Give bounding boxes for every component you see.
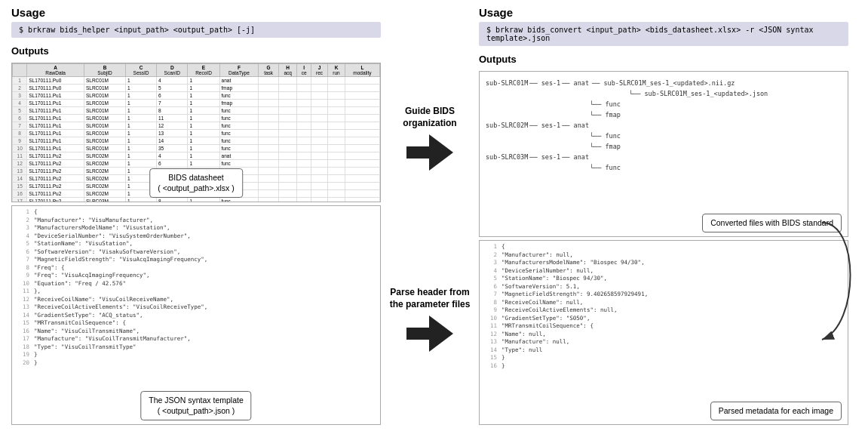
right-command-box: $ brkraw bids_convert <input_path> <bids… xyxy=(479,22,848,46)
col-header-a: ARawData xyxy=(27,64,84,77)
right-usage-section: Usage $ brkraw bids_convert <input_path>… xyxy=(479,6,848,51)
json-template-caption-text: The JSON syntax template( <output_path>.… xyxy=(149,396,243,416)
arrow1-label: Guide BIDS organization xyxy=(381,106,479,129)
json2-caption-bubble: Parsed metadata for each image xyxy=(710,402,842,420)
left-panel: Usage $ brkraw bids_helper <input_path> … xyxy=(11,6,381,425)
right-usage-title: Usage xyxy=(479,6,848,19)
col-header-e: ERecoID xyxy=(188,64,219,77)
col-header-c: CSessID xyxy=(126,64,157,77)
col-header-g: Gtask xyxy=(259,64,279,77)
col-header-d: DScanID xyxy=(157,64,188,77)
spreadsheet-box: ARawData BSubjID CSessID DScanID ERecoID… xyxy=(11,63,381,202)
arrow1-section: Guide BIDS organization xyxy=(381,106,479,170)
col-header-b: BSubjID xyxy=(84,64,125,77)
json-template-box: 1{2 "Manufacturer": "VisuManufacturer",3… xyxy=(11,205,381,425)
left-command-box: $ brkraw bids_helper <input_path> <outpu… xyxy=(11,22,381,38)
col-header-j: Jrec xyxy=(311,64,328,77)
left-usage-section: Usage $ brkraw bids_helper <input_path> … xyxy=(11,6,381,42)
col-header-num xyxy=(13,64,27,77)
arrow2-shape xyxy=(406,316,453,352)
left-outputs-title: Outputs xyxy=(11,45,381,57)
bids-tree-caption-text: Converted files with BIDS standard xyxy=(710,218,833,227)
bids-tree-content: sub-SLRC01M ── ses-1 ── anat ── sub-SLRC… xyxy=(480,72,848,179)
spreadsheet-caption-text: BIDS datasheet( <output_path>.xlsx ) xyxy=(158,173,235,193)
json2-box: 1{2 "Manufacturer": null,3 "Manufacturer… xyxy=(479,240,848,425)
col-header-i: Ice xyxy=(297,64,311,77)
right-command-text: $ brkraw bids_convert <input_path> <bids… xyxy=(486,26,813,42)
col-header-f: FDataType xyxy=(219,64,259,77)
left-usage-title: Usage xyxy=(11,6,381,19)
right-outputs-title: Outputs xyxy=(479,54,848,65)
col-header-l: Lmodality xyxy=(345,64,379,77)
col-header-h: Hacq xyxy=(278,64,296,77)
bids-tree-caption-bubble: Converted files with BIDS standard xyxy=(702,214,842,232)
left-command-text: $ brkraw bids_helper <input_path> <outpu… xyxy=(19,26,255,34)
bids-tree-box: sub-SLRC01M ── ses-1 ── anat ── sub-SLRC… xyxy=(479,71,848,237)
arrow1-shape xyxy=(406,134,453,171)
middle-panel: Guide BIDS organization Parse header fro… xyxy=(381,6,479,425)
right-panel: Usage $ brkraw bids_convert <input_path>… xyxy=(479,6,848,425)
spreadsheet-caption-bubble: BIDS datasheet( <output_path>.xlsx ) xyxy=(149,168,243,198)
json2-content: 1{2 "Manufacturer": null,3 "Manufacturer… xyxy=(480,241,848,424)
json2-caption-text: Parsed metadata for each image xyxy=(719,406,833,415)
json-template-caption-bubble: The JSON syntax template( <output_path>.… xyxy=(140,391,251,420)
col-header-k: Krun xyxy=(328,64,345,77)
arrow2-label: Parse header fromthe parameter files xyxy=(390,287,471,310)
arrow2-section: Parse header fromthe parameter files xyxy=(390,287,471,351)
